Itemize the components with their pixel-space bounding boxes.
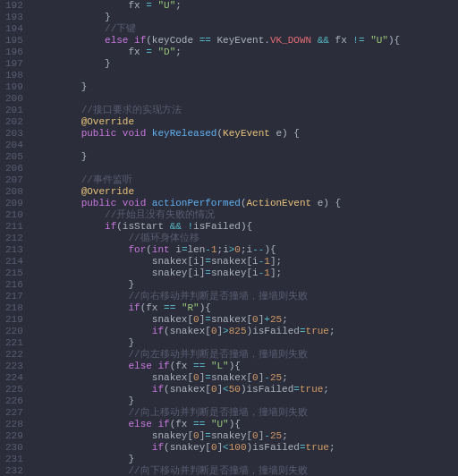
- line-number: 197: [5, 58, 23, 70]
- code-line[interactable]: }: [34, 337, 458, 349]
- code-line[interactable]: fx = "D";: [34, 47, 458, 58]
- code-line[interactable]: snakey[0]=snakey[0]-25;: [34, 430, 458, 442]
- code-line[interactable]: snakex[i]=snakex[i-1];: [34, 256, 458, 268]
- line-number: 198: [5, 70, 23, 81]
- line-number: 195: [5, 35, 23, 47]
- code-line[interactable]: //开始且没有失败的情况: [34, 209, 458, 221]
- line-number: 222: [5, 349, 23, 361]
- code-line[interactable]: //接口要求的实现方法: [34, 105, 458, 116]
- line-number: 206: [5, 163, 23, 174]
- line-number: 227: [5, 407, 23, 419]
- code-line[interactable]: [34, 93, 458, 105]
- code-line[interactable]: else if(fx == "U"){: [34, 419, 458, 430]
- line-number: 211: [5, 221, 23, 233]
- line-number: 231: [5, 454, 23, 465]
- line-number: 194: [5, 23, 23, 35]
- code-area[interactable]: fx = "U"; } //下键 else if(keyCode == KeyE…: [32, 0, 458, 476]
- line-number: 202: [5, 116, 23, 128]
- line-number: 200: [5, 93, 23, 105]
- code-line[interactable]: }: [34, 454, 458, 465]
- line-number: 218: [5, 302, 23, 314]
- code-line[interactable]: snakex[0]=snakex[0]+25;: [34, 314, 458, 326]
- line-number: 212: [5, 233, 23, 244]
- code-line[interactable]: //向下移动并判断是否撞墙，撞墙则失败: [34, 465, 458, 476]
- code-line[interactable]: snakex[0]=snakex[0]-25;: [34, 372, 458, 384]
- line-number: 215: [5, 268, 23, 279]
- code-line[interactable]: [34, 163, 458, 174]
- code-line[interactable]: snakey[i]=snakey[i-1];: [34, 268, 458, 279]
- line-number: 232: [5, 465, 23, 476]
- line-number: 229: [5, 430, 23, 442]
- line-number: 193: [5, 12, 23, 23]
- code-line[interactable]: if(snakex[0]<50)isFailed=true;: [34, 384, 458, 395]
- line-number: 209: [5, 198, 23, 209]
- code-line[interactable]: [34, 70, 458, 81]
- code-line[interactable]: //事件监听: [34, 174, 458, 186]
- line-number: 221: [5, 337, 23, 349]
- line-number: 201: [5, 105, 23, 116]
- code-line[interactable]: public void actionPerformed(ActionEvent …: [34, 198, 458, 209]
- code-line[interactable]: for(int i=len-1;i>0;i--){: [34, 244, 458, 256]
- line-number: 220: [5, 326, 23, 337]
- code-line[interactable]: //向左移动并判断是否撞墙，撞墙则失败: [34, 349, 458, 361]
- code-line[interactable]: }: [34, 395, 458, 407]
- line-number: 228: [5, 419, 23, 430]
- code-line[interactable]: else if(keyCode == KeyEvent.VK_DOWN && f…: [34, 35, 458, 47]
- code-editor: 1921931941951961971981992002012022032042…: [0, 0, 458, 476]
- line-number: 217: [5, 291, 23, 302]
- line-number: 219: [5, 314, 23, 326]
- line-number: 207: [5, 174, 23, 186]
- line-number: 225: [5, 384, 23, 395]
- code-line[interactable]: @Override: [34, 186, 458, 198]
- line-number: 210: [5, 209, 23, 221]
- line-number: 204: [5, 140, 23, 151]
- code-line[interactable]: }: [34, 12, 458, 23]
- code-line[interactable]: else if(fx == "L"){: [34, 361, 458, 372]
- line-number: 226: [5, 395, 23, 407]
- code-line[interactable]: if(snakey[0]<100)isFailed=true;: [34, 442, 458, 454]
- code-line[interactable]: //向上移动并判断是否撞墙，撞墙则失败: [34, 407, 458, 419]
- code-line[interactable]: [34, 140, 458, 151]
- line-number: 224: [5, 372, 23, 384]
- code-line[interactable]: //循环身体位移: [34, 233, 458, 244]
- line-number: 213: [5, 244, 23, 256]
- code-line[interactable]: @Override: [34, 116, 458, 128]
- code-line[interactable]: //下键: [34, 23, 458, 35]
- code-line[interactable]: }: [34, 81, 458, 93]
- line-number: 199: [5, 81, 23, 93]
- line-number: 214: [5, 256, 23, 268]
- line-number-gutter: 1921931941951961971981992002012022032042…: [0, 0, 32, 476]
- line-number: 208: [5, 186, 23, 198]
- code-line[interactable]: if(isStart && !isFailed){: [34, 221, 458, 233]
- code-line[interactable]: fx = "U";: [34, 0, 458, 12]
- code-line[interactable]: }: [34, 58, 458, 70]
- line-number: 203: [5, 128, 23, 140]
- code-line[interactable]: //向右移动并判断是否撞墙，撞墙则失败: [34, 291, 458, 302]
- line-number: 192: [5, 0, 23, 12]
- line-number: 205: [5, 151, 23, 163]
- code-line[interactable]: }: [34, 151, 458, 163]
- code-line[interactable]: if(fx == "R"){: [34, 302, 458, 314]
- line-number: 216: [5, 279, 23, 291]
- line-number: 223: [5, 361, 23, 372]
- line-number: 196: [5, 47, 23, 58]
- code-line[interactable]: public void keyReleased(KeyEvent e) {: [34, 128, 458, 140]
- code-line[interactable]: }: [34, 279, 458, 291]
- code-line[interactable]: if(snakex[0]>825)isFailed=true;: [34, 326, 458, 337]
- line-number: 230: [5, 442, 23, 454]
